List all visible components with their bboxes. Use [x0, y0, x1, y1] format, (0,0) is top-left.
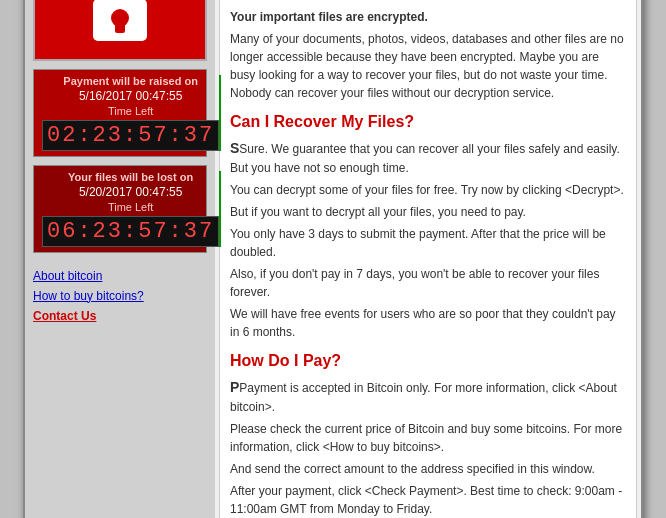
timer2-box: Your files will be lost on 5/20/2017 00:… [33, 165, 207, 253]
content-area: What Happened to My Computer? Your impor… [219, 0, 637, 518]
timer1-time-label: Time Left [42, 105, 219, 117]
timer1-label: Payment will be raised on [42, 75, 219, 87]
links-area: About bitcoin How to buy bitcoins? Conta… [33, 265, 207, 327]
section3-title: How Do I Pay? [230, 349, 626, 373]
timer1-date: 5/16/2017 00:47:55 [42, 89, 219, 103]
section2-p3: But if you want to decrypt all your file… [230, 203, 626, 221]
section1-p2: Many of your documents, photos, videos, … [230, 30, 626, 102]
section3-p1: PPayment is accepted in Bitcoin only. Fo… [230, 377, 626, 416]
main-content: Payment will be raised on 5/16/2017 00:4… [25, 0, 641, 518]
section1-p1: Your important files are encrypted. [230, 8, 626, 26]
timer1-box: Payment will be raised on 5/16/2017 00:4… [33, 69, 207, 157]
timer2-row: Your files will be lost on 5/20/2017 00:… [42, 171, 198, 247]
timer2-time-label: Time Left [42, 201, 219, 213]
section2-p6: We will have free events for users who a… [230, 305, 626, 341]
section2-p1: SSure. We guarantee that you can recover… [230, 138, 626, 177]
left-panel: Payment will be raised on 5/16/2017 00:4… [25, 0, 215, 518]
svg-rect-3 [115, 21, 125, 33]
main-window: Wana Decrypt0r 2.0 ✕ Ooops, your files h… [23, 0, 643, 518]
section3-p3: And send the correct amount to the addre… [230, 460, 626, 478]
section3-p4: After your payment, click <Check Payment… [230, 482, 626, 518]
timer1-inner: Payment will be raised on 5/16/2017 00:4… [42, 75, 219, 151]
timer2-inner: Your files will be lost on 5/20/2017 00:… [42, 171, 219, 247]
section2-p2: You can decrypt some of your files for f… [230, 181, 626, 199]
right-panel: English Chinese Spanish Portuguese Russi… [215, 0, 641, 518]
timer1-row: Payment will be raised on 5/16/2017 00:4… [42, 75, 198, 151]
timer1-green-strip [219, 75, 221, 151]
section2-p4: You only have 3 days to submit the payme… [230, 225, 626, 261]
timer2-date: 5/20/2017 00:47:55 [42, 185, 219, 199]
timer2-display: 06:23:57:37 [42, 216, 219, 247]
contact-us-link[interactable]: Contact Us [33, 309, 207, 323]
lock-icon [85, 0, 155, 48]
how-to-buy-link[interactable]: How to buy bitcoins? [33, 289, 207, 303]
timer1-display: 02:23:57:37 [42, 120, 219, 151]
section1-title: What Happened to My Computer? [230, 0, 626, 4]
timer2-green-strip [219, 171, 221, 247]
section2-title: Can I Recover My Files? [230, 110, 626, 134]
section2-p5: Also, if you don't pay in 7 days, you wo… [230, 265, 626, 301]
section3-p2: Please check the current price of Bitcoi… [230, 420, 626, 456]
timer2-label: Your files will be lost on [42, 171, 219, 183]
about-bitcoin-link[interactable]: About bitcoin [33, 269, 207, 283]
lock-icon-area [33, 0, 207, 61]
